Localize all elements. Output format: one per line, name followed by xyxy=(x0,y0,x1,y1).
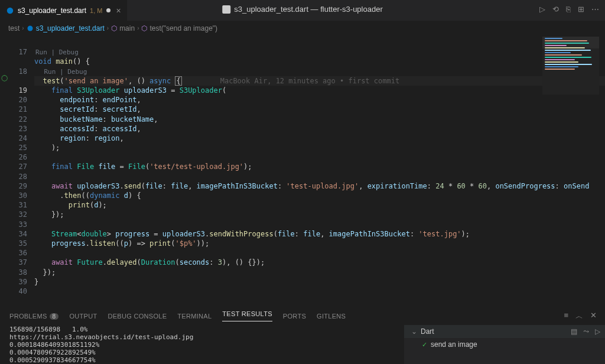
file-icon xyxy=(222,5,230,14)
breadcrumb[interactable]: test › s3_uploader_test.dart › ⬡ main › … xyxy=(0,21,605,35)
problems-count-badge: 8 xyxy=(50,313,59,320)
dirty-indicator-icon xyxy=(106,8,110,12)
close-panel-icon[interactable]: ✕ xyxy=(590,311,597,321)
split-editor-icon[interactable]: ⊞ xyxy=(578,5,584,14)
editor-tab[interactable]: s3_uploader_test.dart 1, M × xyxy=(0,0,127,21)
test-output[interactable]: 156898/156898 1.0% https://trial.s3.neva… xyxy=(0,325,404,364)
breadcrumb-symbol[interactable]: ⬡ test("send an image") xyxy=(141,24,217,32)
svg-point-0 xyxy=(7,7,14,14)
window-title: s3_uploader_test.dart — flutter-s3-uploa… xyxy=(222,5,382,14)
editor-top-actions: ▷ ⟲ ⎘ ⊞ ⋯ xyxy=(539,5,599,14)
breadcrumb-folder[interactable]: test xyxy=(8,24,19,32)
dart-file-icon xyxy=(27,25,34,32)
panel-actions: ≡ ︿ ✕ xyxy=(564,311,597,321)
code-editor[interactable]: Run | Debugvoid main() { Run | Debug tes… xyxy=(34,35,605,304)
tab-test-results[interactable]: TEST RESULTS xyxy=(222,310,272,321)
breadcrumb-file[interactable]: s3_uploader_test.dart xyxy=(27,24,105,32)
tree-item-label: send an image xyxy=(431,340,477,349)
svg-point-1 xyxy=(27,25,32,31)
test-tree-item[interactable]: ✓ send an image xyxy=(404,338,605,351)
minimap-viewport[interactable] xyxy=(542,37,599,48)
editor-area: ◯ 17181920212223242526272829303132333435… xyxy=(0,35,605,304)
tab-problems[interactable]: PROBLEMS8 xyxy=(9,313,58,320)
tab-filename: s3_uploader_test.dart xyxy=(18,6,86,15)
filter-icon[interactable]: ≡ xyxy=(564,311,568,321)
restart-icon[interactable]: ⟲ xyxy=(552,5,559,14)
pass-gutter-icon[interactable]: ◯ xyxy=(1,74,8,81)
tab-gitlens[interactable]: GITLENS xyxy=(317,313,346,320)
tab-debug-console[interactable]: DEBUG CONSOLE xyxy=(108,313,167,320)
panel-tab-bar: PROBLEMS8 OUTPUT DEBUG CONSOLE TERMINAL … xyxy=(0,307,605,325)
dart-file-icon xyxy=(6,6,14,15)
goto-icon[interactable]: ⤳ xyxy=(583,327,589,336)
test-tree-actions: ▤ ⤳ ▷ xyxy=(571,327,600,336)
symbol-icon: ⬡ xyxy=(141,24,147,32)
tab-ports[interactable]: PORTS xyxy=(283,313,306,320)
tab-output[interactable]: OUTPUT xyxy=(69,313,97,320)
pass-icon: ✓ xyxy=(422,341,427,349)
chevron-down-icon: ⌄ xyxy=(411,327,417,336)
editor-tab-row: s3_uploader_test.dart 1, M × s3_uploader… xyxy=(0,0,605,21)
minimap[interactable] xyxy=(542,37,599,95)
window-title-text: s3_uploader_test.dart — flutter-s3-uploa… xyxy=(234,5,382,14)
symbol-icon: ⬡ xyxy=(111,24,117,32)
bottom-panel: PROBLEMS8 OUTPUT DEBUG CONSOLE TERMINAL … xyxy=(0,307,605,364)
close-tab-icon[interactable]: × xyxy=(116,6,121,15)
chevron-up-icon[interactable]: ︿ xyxy=(575,311,583,321)
run-icon[interactable]: ▷ xyxy=(539,5,545,14)
chevron-right-icon: › xyxy=(22,25,24,31)
run-icon[interactable]: ▷ xyxy=(595,327,600,336)
tab-vcs-status: 1, M xyxy=(90,7,102,14)
breadcrumb-symbol[interactable]: ⬡ main xyxy=(111,24,135,32)
chevron-right-icon: › xyxy=(107,25,109,31)
diff-icon[interactable]: ⎘ xyxy=(566,5,571,14)
tree-lang-label: Dart xyxy=(421,327,434,336)
more-icon[interactable]: ⋯ xyxy=(591,5,599,14)
chevron-right-icon: › xyxy=(137,25,139,31)
glyph-margin: ◯ xyxy=(0,35,8,304)
test-tree: ▤ ⤳ ▷ ⌄ Dart ✓ send an image xyxy=(404,325,605,364)
terminal-icon[interactable]: ▤ xyxy=(571,327,577,336)
line-number-gutter: 1718192021222324252627282930313233343536… xyxy=(8,35,34,304)
tab-terminal[interactable]: TERMINAL xyxy=(177,313,212,320)
